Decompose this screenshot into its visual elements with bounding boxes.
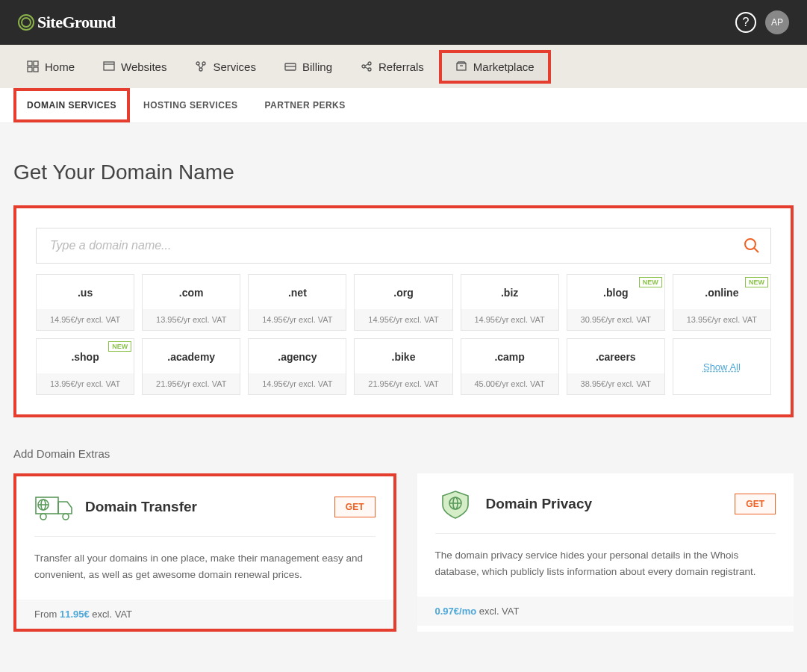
tld-name: .com bbox=[143, 275, 240, 309]
sub-nav-item[interactable]: DOMAIN SERVICES bbox=[13, 88, 130, 122]
tld-name: .net bbox=[249, 275, 346, 309]
extra-desc: Transfer all your domains in one place, … bbox=[34, 550, 376, 583]
svg-rect-22 bbox=[36, 497, 58, 514]
show-all-card[interactable]: Show All bbox=[673, 338, 771, 395]
tld-price: 14.95€/yr excl. VAT bbox=[249, 309, 346, 330]
svg-line-16 bbox=[365, 64, 368, 66]
tld-price: 14.95€/yr excl. VAT bbox=[461, 309, 558, 330]
domain-search-input[interactable] bbox=[37, 239, 733, 252]
nav-item-home[interactable]: Home bbox=[13, 53, 88, 81]
svg-line-21 bbox=[754, 248, 758, 252]
tld-card[interactable]: NEW.blog30.95€/yr excl. VAT bbox=[567, 274, 665, 331]
tld-card[interactable]: .us14.95€/yr excl. VAT bbox=[36, 274, 134, 331]
content: Get Your Domain Name .us14.95€/yr excl. … bbox=[0, 123, 807, 654]
svg-point-20 bbox=[745, 239, 755, 249]
avatar[interactable]: AP bbox=[765, 10, 789, 34]
nav-icon bbox=[103, 60, 115, 72]
search-box bbox=[36, 228, 771, 264]
nav-label: Billing bbox=[302, 60, 332, 73]
sub-nav: DOMAIN SERVICESHOSTING SERVICESPARTNER P… bbox=[0, 88, 807, 123]
svg-rect-3 bbox=[34, 67, 38, 72]
extra-icon bbox=[435, 488, 476, 520]
tld-card[interactable]: .org14.95€/yr excl. VAT bbox=[354, 274, 452, 331]
nav-item-billing[interactable]: Billing bbox=[271, 53, 346, 81]
tld-card[interactable]: .biz14.95€/yr excl. VAT bbox=[461, 274, 559, 331]
extra-title: Domain Privacy bbox=[486, 496, 725, 512]
tld-card[interactable]: .camp45.00€/yr excl. VAT bbox=[461, 338, 559, 395]
tld-name: .bike bbox=[355, 339, 452, 373]
extra-footer: From 11.95€ excl. VAT bbox=[16, 600, 393, 629]
extra-card: Domain PrivacyGETThe domain privacy serv… bbox=[417, 473, 794, 632]
nav-item-services[interactable]: Services bbox=[181, 53, 269, 81]
nav-label: Marketplace bbox=[473, 60, 535, 73]
nav-icon bbox=[195, 60, 207, 72]
tld-card[interactable]: .agency14.95€/yr excl. VAT bbox=[248, 338, 346, 395]
new-badge: NEW bbox=[745, 277, 768, 287]
nav-item-marketplace[interactable]: Marketplace bbox=[439, 50, 551, 84]
tld-price: 30.95€/yr excl. VAT bbox=[567, 309, 664, 330]
extra-desc: The domain privacy service hides your pe… bbox=[435, 547, 776, 580]
svg-line-17 bbox=[365, 67, 368, 69]
tld-name: .biz bbox=[461, 275, 558, 309]
svg-point-6 bbox=[196, 62, 199, 65]
extra-price: 11.95€ bbox=[60, 609, 90, 620]
get-button[interactable]: GET bbox=[735, 494, 776, 514]
tld-name: .academy bbox=[143, 339, 240, 373]
tld-card[interactable]: NEW.shop13.95€/yr excl. VAT bbox=[36, 338, 134, 395]
svg-point-26 bbox=[40, 514, 46, 520]
tld-card[interactable]: .bike21.95€/yr excl. VAT bbox=[354, 338, 452, 395]
extra-header: Domain PrivacyGET bbox=[435, 488, 776, 534]
get-button[interactable]: GET bbox=[334, 497, 376, 517]
tld-name: .agency bbox=[249, 339, 346, 373]
header-right: ? AP bbox=[735, 10, 789, 34]
tld-price: 14.95€/yr excl. VAT bbox=[249, 373, 346, 394]
nav-item-websites[interactable]: Websites bbox=[90, 53, 180, 81]
tld-price: 38.95€/yr excl. VAT bbox=[567, 373, 664, 394]
extras-section-title: Add Domain Extras bbox=[13, 447, 794, 460]
nav-label: Websites bbox=[121, 60, 166, 73]
show-all-link[interactable]: Show All bbox=[703, 361, 741, 373]
nav-label: Referrals bbox=[378, 60, 424, 73]
svg-rect-1 bbox=[34, 61, 38, 66]
svg-point-15 bbox=[368, 68, 371, 71]
tld-card[interactable]: .com13.95€/yr excl. VAT bbox=[142, 274, 240, 331]
tld-name: .org bbox=[355, 275, 452, 309]
nav-icon bbox=[27, 60, 39, 72]
tld-price: 45.00€/yr excl. VAT bbox=[461, 373, 558, 394]
tld-card[interactable]: NEW.online13.95€/yr excl. VAT bbox=[673, 274, 771, 331]
extra-icon bbox=[34, 491, 75, 523]
search-button[interactable] bbox=[733, 228, 770, 264]
tld-card[interactable]: .careers38.95€/yr excl. VAT bbox=[567, 338, 665, 395]
svg-rect-0 bbox=[28, 61, 32, 66]
svg-line-9 bbox=[199, 65, 200, 68]
logo-text: SiteGround bbox=[37, 13, 116, 32]
tld-price: 13.95€/yr excl. VAT bbox=[37, 373, 134, 394]
svg-point-7 bbox=[202, 62, 205, 65]
nav-label: Services bbox=[213, 60, 256, 73]
extra-title: Domain Transfer bbox=[85, 499, 324, 515]
svg-point-27 bbox=[63, 514, 69, 520]
tld-name: .careers bbox=[567, 339, 664, 373]
svg-point-13 bbox=[362, 65, 365, 68]
main-nav: HomeWebsitesServicesBillingReferralsMark… bbox=[0, 45, 807, 88]
tld-price: 13.95€/yr excl. VAT bbox=[143, 309, 240, 330]
sub-nav-item[interactable]: PARTNER PERKS bbox=[251, 88, 358, 122]
help-icon[interactable]: ? bbox=[735, 12, 756, 33]
page-title: Get Your Domain Name bbox=[13, 161, 794, 184]
svg-rect-18 bbox=[457, 63, 466, 70]
new-badge: NEW bbox=[108, 341, 131, 352]
tld-price: 21.95€/yr excl. VAT bbox=[355, 373, 452, 394]
sub-nav-item[interactable]: HOSTING SERVICES bbox=[130, 88, 251, 122]
svg-line-10 bbox=[202, 65, 203, 68]
nav-item-referrals[interactable]: Referrals bbox=[347, 53, 437, 81]
tld-price: 13.95€/yr excl. VAT bbox=[673, 309, 770, 330]
tld-name: .camp bbox=[461, 339, 558, 373]
logo[interactable]: SiteGround bbox=[18, 13, 116, 32]
top-header: SiteGround ? AP bbox=[0, 0, 807, 45]
tld-card[interactable]: .academy21.95€/yr excl. VAT bbox=[142, 338, 240, 395]
extra-price: 0.97€/mo bbox=[435, 606, 477, 617]
domain-search-card: .us14.95€/yr excl. VAT.com13.95€/yr excl… bbox=[13, 205, 794, 417]
search-icon bbox=[743, 237, 761, 255]
tld-card[interactable]: .net14.95€/yr excl. VAT bbox=[248, 274, 346, 331]
nav-label: Home bbox=[45, 60, 75, 73]
